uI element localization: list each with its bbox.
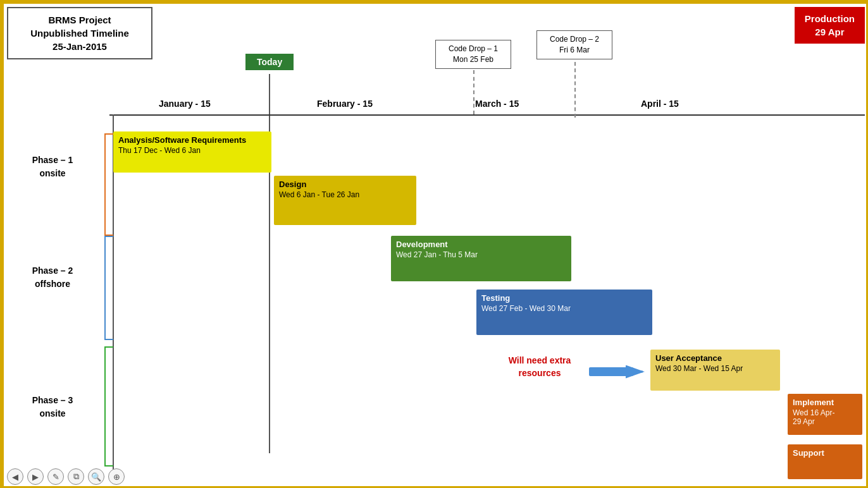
bar-support-title: Support — [793, 448, 857, 458]
bar-analysis-title: Analysis/Software Requirements — [118, 135, 266, 145]
phase2-bracket — [104, 236, 113, 340]
toolbar-edit[interactable]: ✎ — [47, 468, 64, 485]
codedrop1-line2: Mon 25 Feb — [453, 55, 493, 64]
bar-design: Design Wed 6 Jan - Tue 26 Jan — [274, 176, 416, 225]
production-line2: 29 Apr — [815, 27, 844, 37]
toolbar-next[interactable]: ▶ — [27, 468, 44, 485]
bar-uat-title: User Acceptance — [655, 353, 775, 363]
bar-development-title: Development — [396, 240, 566, 249]
bar-support: Support — [788, 444, 862, 479]
today-line — [269, 74, 270, 453]
bar-design-dates: Wed 6 Jan - Tue 26 Jan — [279, 190, 411, 199]
toolbar-copy[interactable]: ⧉ — [68, 468, 84, 485]
bar-testing: Testing Wed 27 Feb - Wed 30 Mar — [476, 290, 652, 335]
title-line1: BRMS Project — [48, 15, 111, 25]
title-text: BRMS Project Unpublished Timeline 25-Jan… — [12, 13, 147, 53]
phase2-label: Phase – 2offshore — [15, 264, 90, 291]
codedrop2-line — [574, 62, 576, 118]
codedrop2-line2: Fri 6 Mar — [559, 46, 590, 54]
month-march: March - 15 — [475, 98, 519, 109]
production-badge: Production 29 Apr — [795, 7, 865, 44]
codedrop2-line1: Code Drop – 2 — [550, 35, 599, 44]
toolbar-add[interactable]: ⊕ — [108, 468, 125, 485]
bar-analysis-dates: Thu 17 Dec - Wed 6 Jan — [118, 146, 266, 155]
bar-design-title: Design — [279, 180, 411, 189]
toolbar-search[interactable]: 🔍 — [88, 468, 104, 485]
page-container: BRMS Project Unpublished Timeline 25-Jan… — [2, 2, 868, 488]
month-april: April - 15 — [641, 98, 679, 109]
bar-implement-dates: Wed 16 Apr- 29 Apr — [793, 408, 857, 426]
month-label-february: February - 15 — [317, 99, 373, 109]
month-january: January - 15 — [159, 98, 211, 109]
production-line1: Production — [805, 13, 855, 24]
milestone-codedrop1: Code Drop – 1 Mon 25 Feb — [435, 40, 511, 69]
bar-testing-title: Testing — [481, 293, 647, 303]
toolbar-prev[interactable]: ◀ — [7, 468, 23, 485]
bar-development-dates: Wed 27 Jan - Thu 5 Mar — [396, 250, 566, 259]
title-line3: 25-Jan-2015 — [53, 41, 107, 52]
extra-resources-text: Will need extraresources — [492, 355, 587, 379]
today-button[interactable]: Today — [245, 54, 294, 70]
phase1-label: Phase – 1onsite — [15, 154, 90, 180]
phase1-bracket — [104, 133, 113, 236]
bar-testing-dates: Wed 27 Feb - Wed 30 Mar — [481, 304, 647, 313]
title-box: BRMS Project Unpublished Timeline 25-Jan… — [7, 7, 152, 59]
svg-rect-1 — [589, 367, 633, 376]
bar-uat: User Acceptance Wed 30 Mar - Wed 15 Apr — [650, 350, 780, 391]
bar-analysis: Analysis/Software Requirements Thu 17 De… — [113, 131, 271, 173]
phase3-bracket — [104, 346, 113, 467]
month-label-january: January - 15 — [159, 99, 211, 109]
codedrop1-line — [473, 70, 474, 114]
bottom-toolbar: ◀ ▶ ✎ ⧉ 🔍 ⊕ — [7, 468, 125, 485]
bar-development: Development Wed 27 Jan - Thu 5 Mar — [391, 236, 571, 281]
month-february: February - 15 — [317, 98, 373, 109]
title-line2: Unpublished Timeline — [30, 28, 129, 39]
month-label-april: April - 15 — [641, 99, 679, 109]
bar-implement: Implement Wed 16 Apr- 29 Apr — [788, 394, 862, 435]
codedrop1-line1: Code Drop – 1 — [449, 44, 498, 53]
phase3-label: Phase – 3onsite — [15, 394, 90, 420]
extra-resources-arrow — [589, 362, 646, 384]
month-label-march: March - 15 — [475, 99, 519, 109]
timeline-line — [109, 114, 865, 116]
milestone-codedrop2: Code Drop – 2 Fri 6 Mar — [536, 30, 612, 59]
bar-uat-dates: Wed 30 Mar - Wed 15 Apr — [655, 364, 775, 373]
today-marker: Today — [245, 54, 294, 70]
bar-implement-title: Implement — [793, 398, 857, 407]
